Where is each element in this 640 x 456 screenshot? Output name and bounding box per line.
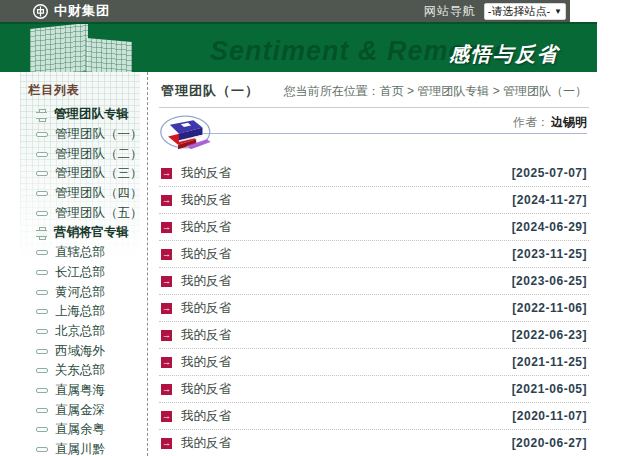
article-date: [2021-11-25] [512,355,587,369]
sidebar-item[interactable]: 直属金深 [0,400,147,420]
sidebar-item[interactable]: 管理团队（一） [0,125,147,145]
sidebar-item[interactable]: 营销将官专辑 [0,223,147,243]
logo-circle-icon [32,3,49,20]
main-content: 管理团队（一） 您当前所在位置：首页 > 管理团队专辑 > 管理团队（一） 作者… [149,72,597,456]
article-link[interactable]: 我的反省 [181,246,231,263]
arrow-icon: → [161,303,172,314]
breadcrumb-items: 首页 > 管理团队专辑 > 管理团队（一） [380,84,587,98]
plus-icon [36,227,47,238]
content-header: 管理团队（一） 您当前所在位置：首页 > 管理团队专辑 > 管理团队（一） [159,80,589,108]
minus-icon [36,388,48,393]
sidebar-item-label: 直属余粤 [55,421,105,438]
minus-icon [36,447,48,452]
arrow-icon: → [161,276,172,287]
sidebar-item-label: 直属金深 [55,402,105,419]
article-list: →我的反省[2025-07-07]→我的反省[2024-11-27]→我的反省[… [159,160,589,456]
sidebar-item-label: 管理团队（三） [55,165,143,182]
sidebar-item[interactable]: 黄河总部 [0,282,147,302]
article-link[interactable]: 我的反省 [181,381,231,398]
article-link[interactable]: 我的反省 [181,192,231,209]
sidebar-item-label: 关东总部 [55,362,105,379]
minus-icon [36,152,48,157]
minus-icon [36,132,48,137]
article-link[interactable]: 我的反省 [181,219,231,236]
article-date: [2020-06-27] [512,436,587,450]
arrow-icon: → [161,168,172,179]
article-row: →我的反省[2021-11-25] [159,349,589,376]
author-line: 作者：边锡明 [513,114,587,131]
sidebar-item-label: 北京总部 [55,323,105,340]
breadcrumb-link[interactable]: 首页 [380,84,404,98]
breadcrumb-link[interactable]: 管理团队专辑 [417,84,489,98]
minus-icon [36,270,48,275]
sidebar-item-label: 管理团队（二） [55,146,143,163]
sidebar-item-label: 管理团队专辑 [54,106,129,123]
banner-slogan: 感悟与反省 [449,41,559,68]
divider-line [203,133,587,134]
sidebar-item-label: 直辖总部 [55,244,105,261]
article-row: →我的反省[2022-11-06] [159,295,589,322]
minus-icon [36,349,48,354]
minus-icon [36,250,48,255]
sidebar-item[interactable]: 管理团队（四） [0,184,147,204]
article-link[interactable]: 我的反省 [181,165,231,182]
banner: Sentiment & Remorse 感悟与反省 [0,22,597,72]
sidebar-item-label: 黄河总部 [55,284,105,301]
logo-text: 中财集团 [54,2,110,20]
breadcrumb: 您当前所在位置：首页 > 管理团队专辑 > 管理团队（一） [284,83,587,100]
sidebar-item[interactable]: 直辖总部 [0,243,147,263]
sidebar-item[interactable]: 直属粤海 [0,381,147,401]
arrow-icon: → [161,330,172,341]
sidebar-item[interactable]: 管理团队专辑 [0,105,147,125]
building-graphic [86,38,132,72]
arrow-icon: → [161,384,172,395]
article-date: [2022-11-06] [512,301,587,315]
article-link[interactable]: 我的反省 [181,327,231,344]
author-band: 作者：边锡明 [159,108,589,158]
article-link[interactable]: 我的反省 [181,354,231,371]
article-link[interactable]: 我的反省 [181,273,231,290]
site-nav-label: 网站导航 [424,3,476,20]
sidebar-item[interactable]: 上海总部 [0,302,147,322]
article-link[interactable]: 我的反省 [181,408,231,425]
books-icon [159,110,217,154]
article-date: [2022-06-23] [512,328,587,342]
article-link[interactable]: 我的反省 [181,435,231,452]
article-date: [2025-07-07] [512,166,587,180]
sidebar-item[interactable]: 管理团队（二） [0,144,147,164]
minus-icon [36,329,48,334]
sidebar-header: 栏目列表 [28,82,147,99]
sidebar-item[interactable]: 长江总部 [0,263,147,283]
sidebar-item-label: 营销将官专辑 [54,224,129,241]
article-row: →我的反省[2023-06-25] [159,268,589,295]
article-date: [2020-11-07] [512,409,587,423]
plus-icon [36,109,47,120]
minus-icon [36,368,48,373]
arrow-icon: → [161,438,172,449]
page-title: 管理团队（一） [161,82,259,100]
sidebar-item[interactable]: 管理团队（五） [0,203,147,223]
chevron-down-icon: ▼ [554,4,562,19]
sidebar-item-label: 直属川黔 [55,441,105,456]
breadcrumb-link[interactable]: 管理团队（一） [503,84,587,98]
sidebar-item-label: 西域海外 [55,343,105,360]
sidebar-item[interactable]: 直属川黔 [0,440,147,456]
sidebar-item[interactable]: 管理团队（三） [0,164,147,184]
minus-icon [36,427,48,432]
sidebar-item[interactable]: 关东总部 [0,361,147,381]
article-date: [2024-11-27] [512,193,587,207]
site-select-dropdown[interactable]: -请选择站点- ▼ [484,3,566,20]
sidebar-item[interactable]: 北京总部 [0,322,147,342]
minus-icon [36,191,48,196]
sidebar-item[interactable]: 西域海外 [0,341,147,361]
article-link[interactable]: 我的反省 [181,300,231,317]
minus-icon [36,408,48,413]
sidebar-list: 管理团队专辑管理团队（一）管理团队（二）管理团队（三）管理团队（四）管理团队（五… [0,105,147,456]
sidebar-item[interactable]: 直属余粤 [0,420,147,440]
article-row: →我的反省[2021-06-05] [159,376,589,403]
article-date: [2021-06-05] [512,382,587,396]
sidebar-item-label: 管理团队（四） [55,185,143,202]
site-logo[interactable]: 中财集团 [32,2,110,20]
building-graphic [30,23,88,72]
sidebar-item-label: 直属粤海 [55,382,105,399]
